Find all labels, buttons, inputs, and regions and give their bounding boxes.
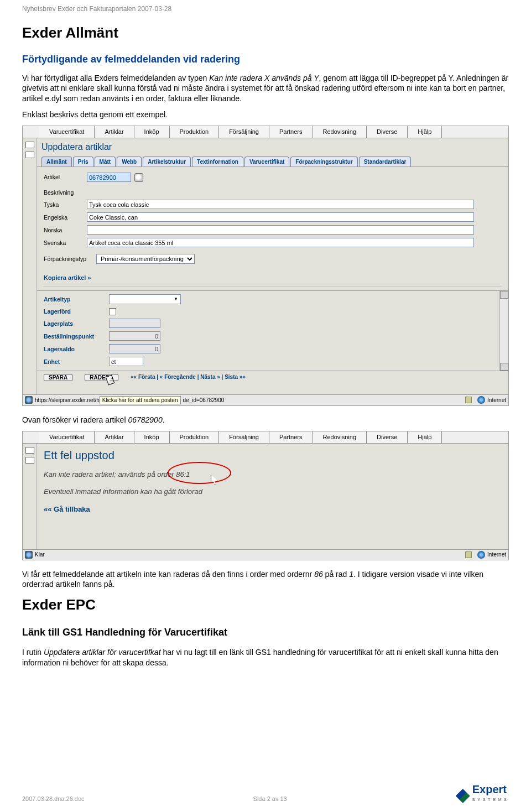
select-artikeltyp[interactable]: ▼ <box>109 294 181 304</box>
menu-forsaljning-2[interactable]: Försäljning <box>219 431 269 443</box>
para3: Ovan försöker vi radera artikel 06782900… <box>22 415 509 425</box>
menu-diverse[interactable]: Diverse <box>367 126 408 138</box>
delete-button[interactable]: RADERA <box>85 374 118 381</box>
menu-redovisning[interactable]: Redovisning <box>313 126 367 138</box>
annotation-circle <box>168 462 231 484</box>
home-icon[interactable] <box>25 142 34 148</box>
main-menu-2: Varucertifikat Artiklar Inköp Produktion… <box>23 431 508 444</box>
input-svenska[interactable] <box>87 238 474 247</box>
input-engelska[interactable] <box>87 212 474 222</box>
save-button[interactable]: SPARA <box>44 374 72 381</box>
input-lagersaldo <box>109 344 160 353</box>
label-lagerford: Lagerförd <box>44 308 109 315</box>
menu-inkop[interactable]: Inköp <box>134 126 170 138</box>
menu-inkop-2[interactable]: Inköp <box>134 431 170 443</box>
menu-forsaljning[interactable]: Försäljning <box>219 126 269 138</box>
status-klar: Klar <box>35 551 45 559</box>
menu-artiklar[interactable]: Artiklar <box>95 126 134 138</box>
status-url-tail: de_id=06782900 <box>183 397 225 404</box>
status-url: https://sleipner.exder.net/h <box>35 397 100 404</box>
error-message-1: Kan inte radera artikel; används på orde… <box>44 470 502 480</box>
list-icon[interactable] <box>25 152 34 158</box>
subtab-row: Allmänt Pris Mått Webb Artikelstruktur T… <box>37 157 508 167</box>
status-zone: Internet <box>487 397 506 404</box>
menu-varucertifikat-2[interactable]: Varucertifikat <box>39 431 95 443</box>
page-footer: 2007.03.28.dna.26.doc Sida 2 av 13 Exper… <box>22 782 509 803</box>
para4: Vi får ett felmeddelande att artikeln in… <box>22 569 509 590</box>
scroll-up-icon[interactable] <box>500 291 508 299</box>
label-enhet: Enhet <box>44 358 109 366</box>
select-forpackningstyp[interactable]: Primär-/konsumentförpackning <box>96 254 195 264</box>
tab-textinformation[interactable]: Textinformation <box>192 157 243 167</box>
label-beskrivning: Beskrivning <box>44 189 87 196</box>
error-title: Ett fel uppstod <box>37 444 508 466</box>
menu-produktion-2[interactable]: Produktion <box>170 431 220 443</box>
menu-diverse-2[interactable]: Diverse <box>367 431 408 443</box>
search-icon[interactable] <box>134 173 143 182</box>
scroll-down-icon[interactable] <box>500 363 508 371</box>
scrollbar[interactable] <box>499 291 508 371</box>
menu-hjalp-2[interactable]: Hjälp <box>408 431 442 443</box>
error-message-2: Eventuell inmatad information kan ha gåt… <box>44 487 502 497</box>
menu-produktion[interactable]: Produktion <box>170 126 220 138</box>
chevron-down-icon: ▼ <box>171 296 180 303</box>
para5: I rutin Uppdatera artiklar för varucerti… <box>22 647 509 668</box>
tab-artikelstruktur[interactable]: Artikelstruktur <box>143 157 191 167</box>
logo-mark-icon <box>456 789 470 803</box>
tooltip: Klicka här för att radera posten <box>100 396 181 405</box>
globe-icon-2 <box>477 551 485 559</box>
input-lagerplats <box>109 319 160 328</box>
label-lagerplats: Lagerplats <box>44 320 109 327</box>
label-lagersaldo: Lagersaldo <box>44 345 109 353</box>
scroll-track[interactable] <box>500 299 508 363</box>
home-icon-2[interactable] <box>25 447 34 454</box>
left-icon-bar-2 <box>23 444 37 549</box>
tab-pris[interactable]: Pris <box>73 157 93 167</box>
screenshot-update-artiklar: Varucertifikat Artiklar Inköp Produktion… <box>22 126 509 406</box>
lock-icon-2 <box>465 551 472 558</box>
menu-partners-2[interactable]: Partners <box>269 431 313 443</box>
menu-hjalp[interactable]: Hjälp <box>408 126 442 138</box>
tab-varucertifikat[interactable]: Varucertifikat <box>244 157 289 167</box>
screenshot-error: Varucertifikat Artiklar Inköp Produktion… <box>22 431 509 560</box>
main-menu: Varucertifikat Artiklar Inköp Produktion… <box>23 126 508 138</box>
status-bar-2: Klar Internet <box>23 549 508 560</box>
expert-logo: Expert SYSTEMS <box>456 782 509 803</box>
para1: Vi har förtydligat alla Exders felmeddel… <box>22 73 509 105</box>
checkbox-lagerford[interactable] <box>109 308 116 315</box>
input-norska[interactable] <box>87 225 474 235</box>
go-back-link[interactable]: «« Gå tillbaka <box>44 505 90 513</box>
menu-redovisning-2[interactable]: Redovisning <box>313 431 367 443</box>
panel-title: Uppdatera artiklar <box>37 138 508 157</box>
label-engelska: Engelska <box>44 214 87 221</box>
tab-webb[interactable]: Webb <box>117 157 142 167</box>
input-artikel[interactable] <box>87 173 131 182</box>
input-tyska[interactable] <box>87 200 474 209</box>
tab-forpackningsstruktur[interactable]: Förpackningsstruktur <box>290 157 357 167</box>
left-icon-bar <box>23 138 37 394</box>
status-zone-2: Internet <box>487 551 506 559</box>
tab-standardartiklar[interactable]: Standardartiklar <box>359 157 412 167</box>
label-bestallningspunkt: Beställningspunkt <box>44 332 109 340</box>
record-nav[interactable]: «« Första | « Föregående | Nästa » | Sis… <box>131 373 246 381</box>
menu-artiklar-2[interactable]: Artiklar <box>95 431 134 443</box>
footer-page-number: Sida 2 av 13 <box>253 795 287 803</box>
label-tyska: Tyska <box>44 201 87 209</box>
input-bestallningspunkt <box>109 331 160 341</box>
ie-icon-2 <box>25 551 33 559</box>
menu-partners[interactable]: Partners <box>269 126 313 138</box>
section2-title: Länk till GS1 Handledning för Varucertif… <box>22 626 509 639</box>
label-artikeltyp: Artikeltyp <box>44 295 109 303</box>
input-enhet[interactable] <box>109 357 143 366</box>
label-norska: Norska <box>44 226 87 234</box>
para2: Enklast beskrivs detta genom ett exempel… <box>22 110 509 120</box>
menu-varucertifikat[interactable]: Varucertifikat <box>39 126 95 138</box>
lock-icon <box>465 397 472 403</box>
page-heading: Exder Allmänt <box>22 23 509 43</box>
link-kopiera-artikel[interactable]: Kopiera artikel » <box>44 270 91 284</box>
tab-allmant[interactable]: Allmänt <box>41 157 72 167</box>
tab-matt[interactable]: Mått <box>95 157 116 167</box>
footer-filename: 2007.03.28.dna.26.doc <box>22 795 85 803</box>
ie-icon <box>25 396 33 404</box>
list-icon-2[interactable] <box>25 457 34 464</box>
